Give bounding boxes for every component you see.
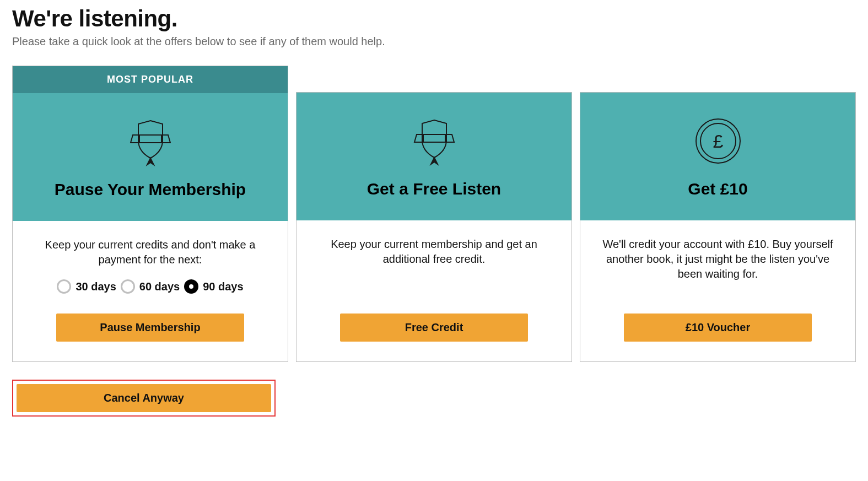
shield-ribbon-icon — [407, 118, 462, 166]
radio-icon — [57, 279, 71, 294]
most-popular-badge: MOST POPULAR — [13, 66, 288, 93]
coin-pound-icon: £ — [693, 116, 743, 166]
shield-ribbon-icon — [123, 118, 178, 167]
card-header: Get a Free Listen — [296, 93, 572, 220]
card-title: Get a Free Listen — [367, 180, 501, 198]
radio-90-days[interactable]: 90 days — [184, 279, 243, 294]
radio-30-days[interactable]: 30 days — [57, 279, 116, 294]
radio-label: 90 days — [203, 280, 243, 293]
radio-60-days[interactable]: 60 days — [121, 279, 180, 294]
radio-label: 60 days — [139, 280, 180, 293]
svg-rect-1 — [422, 134, 446, 142]
card-voucher: £ Get £10 We'll credit your account with… — [580, 92, 856, 362]
voucher-button[interactable]: £10 Voucher — [624, 314, 812, 342]
radio-label: 30 days — [76, 280, 116, 293]
pause-membership-button[interactable]: Pause Membership — [56, 314, 245, 342]
card-header: £ Get £10 — [580, 93, 855, 220]
cancel-anyway-button[interactable]: Cancel Anyway — [17, 384, 271, 412]
svg-rect-0 — [138, 135, 163, 143]
free-credit-button[interactable]: Free Credit — [340, 314, 529, 342]
offer-cards: MOST POPULAR Pause Your Membership Keep … — [12, 66, 856, 362]
cancel-highlight-box: Cancel Anyway — [12, 380, 276, 417]
card-title: Pause Your Membership — [55, 180, 246, 199]
card-description: Keep your current credits and don't make… — [33, 237, 268, 267]
card-body: Keep your current credits and don't make… — [13, 221, 288, 361]
card-pause-membership: MOST POPULAR Pause Your Membership Keep … — [12, 66, 288, 362]
footer-row: Cancel Anyway — [12, 380, 856, 417]
radio-icon — [184, 279, 198, 294]
radio-icon — [121, 279, 135, 294]
pause-duration-radios: 30 days 60 days 90 days — [33, 279, 268, 294]
svg-text:£: £ — [713, 131, 723, 152]
card-header: Pause Your Membership — [13, 93, 288, 221]
page-title: We're listening. — [12, 6, 856, 32]
page-subtitle: Please take a quick look at the offers b… — [12, 35, 856, 48]
card-body: Keep your current membership and get an … — [296, 220, 572, 361]
card-free-listen: Get a Free Listen Keep your current memb… — [296, 92, 572, 362]
card-body: We'll credit your account with £10. Buy … — [580, 220, 855, 361]
card-description: We'll credit your account with £10. Buy … — [600, 237, 835, 294]
card-description: Keep your current membership and get an … — [316, 237, 552, 294]
card-title: Get £10 — [688, 180, 747, 198]
